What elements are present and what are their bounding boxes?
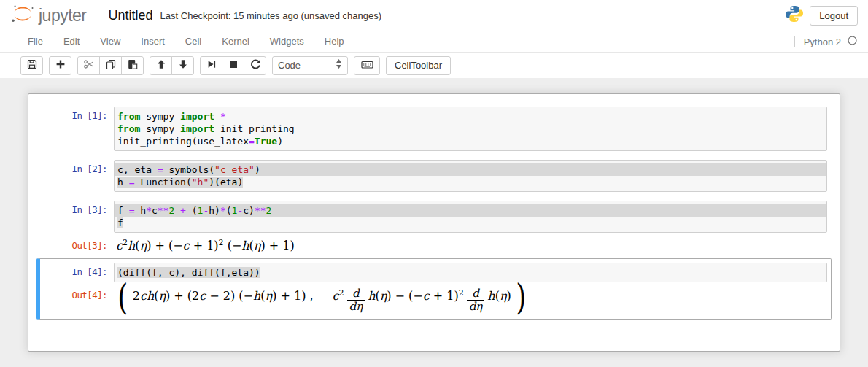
move-up-icon [155,58,167,72]
output-prompt: Out[4]: [44,286,114,315]
kernel-idle-indicator-icon [847,35,858,49]
cut-button[interactable] [77,56,100,75]
toolbar-group [20,56,43,75]
move-down-button[interactable] [171,56,194,75]
add-cell-button[interactable] [49,56,71,75]
code-editor[interactable]: (diff(f, c), diff(f,eta)) [114,263,827,282]
code-line: f = h*c**2 + (1-h)*(1-c)**2 [115,204,826,217]
menu-item-widgets[interactable]: Widgets [260,31,314,52]
paste-button[interactable] [121,56,144,75]
paste-icon [127,58,139,72]
move-up-button[interactable] [150,56,172,75]
checkpoint-status: Last Checkpoint: 15 minutes ago (unsaved… [160,10,382,21]
code-editor[interactable]: f = h*c**2 + (1-h)*(1-c)**2f [114,201,827,233]
jupyter-logo-icon [10,3,35,28]
toolbar-group [77,56,144,75]
toolbar-group [49,56,71,75]
dropdown-spinner-icon [336,58,342,72]
input-prompt: In [4]: [44,263,114,282]
copy-icon [105,58,117,72]
menu-item-help[interactable]: Help [314,31,354,52]
code-editor[interactable]: from sympy import *from sympy import ini… [114,107,827,151]
code-line: (diff(f, c), diff(f,eta)) [115,266,826,279]
code-line: from sympy import * [115,110,826,123]
menu-item-kernel[interactable]: Kernel [212,31,260,52]
menu-items: FileEditViewInsertCellKernelWidgetsHelp [18,31,354,52]
menu-item-edit[interactable]: Edit [53,31,90,52]
kernel-divider [794,36,795,47]
add-cell-icon [55,58,66,72]
save-icon [26,58,38,72]
logout-button[interactable]: Logout [810,6,858,26]
jupyter-logo[interactable]: jupyter [10,3,87,28]
output-prompt: Out[3]: [44,236,114,254]
input-prompt: In [1]: [44,107,114,151]
restart-button[interactable] [244,56,266,75]
cell-type-value: Code [278,60,336,71]
notebook-title[interactable]: Untitled [109,8,153,23]
interrupt-icon [228,58,239,72]
command-palette-button[interactable] [354,56,380,75]
toolbar-group [150,56,194,75]
notebook-container: In [1]:from sympy import *from sympy imp… [28,93,840,352]
code-cell-1[interactable]: In [1]:from sympy import *from sympy imp… [36,102,832,155]
restart-icon [249,58,261,72]
run-icon [206,58,217,72]
notebook-panel: In [1]:from sympy import *from sympy imp… [0,78,868,367]
code-editor[interactable]: c, eta = symbols("c eta")h = Function("h… [114,160,827,192]
menu-item-view[interactable]: View [90,31,131,52]
run-button[interactable] [200,56,222,75]
code-line: from sympy import init_printing [115,123,826,135]
interrupt-button[interactable] [222,56,244,75]
input-prompt: In [2]: [44,160,114,192]
jupyter-logo-text: jupyter [39,6,87,26]
toolbar-group [200,56,266,75]
kernel-name: Python 2 [804,36,841,47]
input-prompt: In [3]: [44,201,114,233]
output-area: c2h(η) + (−c + 1)2 (−h(η) + 1) [114,236,295,254]
python-logo-icon [785,4,804,26]
menu-item-file[interactable]: File [18,31,53,52]
code-line: h = Function("h")(eta) [115,176,826,188]
cut-icon [83,58,95,72]
keyboard-icon [361,59,373,72]
code-cell-2[interactable]: In [2]:c, eta = symbols("c eta")h = Func… [36,155,832,196]
code-line: c, eta = symbols("c eta") [115,163,826,176]
notebook-header: jupyter Untitled Last Checkpoint: 15 min… [0,0,868,31]
cell-type-dropdown[interactable]: Code [272,56,348,75]
copy-button[interactable] [99,56,122,75]
code-cell-4-selected[interactable]: In [4]:(diff(f, c), diff(f,eta))Out[4]:(… [36,258,832,320]
menu-item-insert[interactable]: Insert [131,31,175,52]
move-down-icon [177,58,189,72]
toolbar: Code CellToolbar [0,53,868,78]
code-line: init_printing(use_latex=True) [115,135,826,147]
code-line: f [115,217,826,229]
output-area: (2ch(η) + (2c − 2) (−h(η) + 1) ,c2ddηh(η… [114,286,527,315]
celltoolbar-button[interactable]: CellToolbar [386,56,451,75]
code-cell-3[interactable]: In [3]:f = h*c**2 + (1-h)*(1-c)**2fOut[3… [36,196,832,258]
save-button[interactable] [20,56,43,75]
menu-item-cell[interactable]: Cell [175,31,212,52]
menubar: FileEditViewInsertCellKernelWidgetsHelp … [0,31,868,53]
